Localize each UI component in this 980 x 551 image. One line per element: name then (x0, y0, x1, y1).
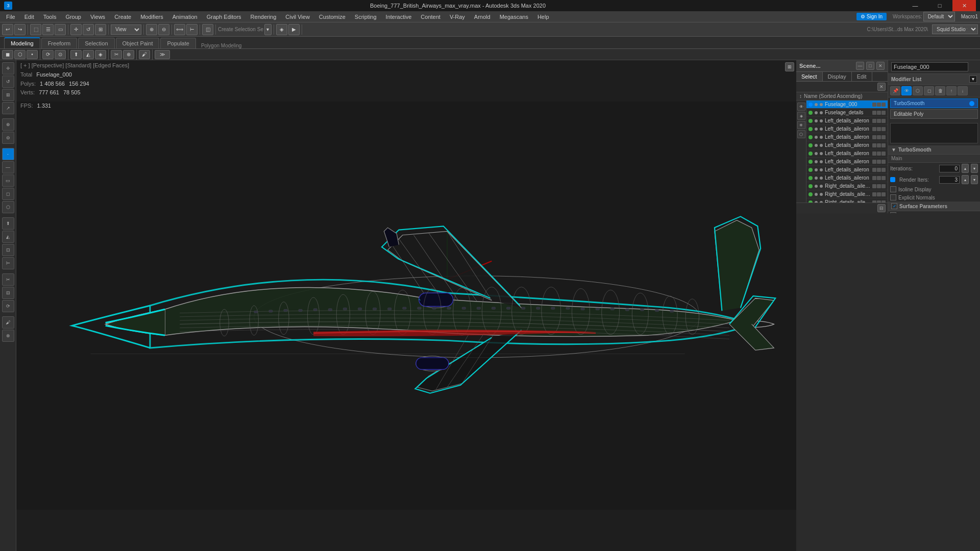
scene-tab-display[interactable]: Display (823, 72, 852, 81)
iterations-up[interactable]: ▴ (962, 164, 969, 173)
tab-modeling[interactable]: Modeling (4, 37, 40, 48)
select-region-button[interactable]: ▭ (55, 24, 66, 35)
scene-header-controls[interactable]: — □ ✕ (856, 62, 885, 70)
mod-tool2[interactable]: ◻ (924, 86, 934, 95)
element-mode-btn[interactable]: ⬡ (2, 201, 14, 213)
vertex-mode-btn[interactable]: · (2, 148, 14, 160)
unlink-button[interactable]: ⊖ (158, 24, 169, 35)
tab-populate[interactable]: Populate (160, 38, 195, 48)
edge-mode-btn[interactable]: — (2, 161, 14, 173)
close-button[interactable]: ✕ (952, 0, 976, 11)
scene-item[interactable]: Left_details_aileron (806, 117, 888, 125)
redo-button[interactable]: ↪ (14, 24, 26, 35)
scene-item[interactable]: Left_details_aileron (806, 125, 888, 133)
paint-deform-btn[interactable]: 🖌 (139, 50, 150, 59)
scene-item[interactable]: Left_details_aileron (806, 149, 888, 158)
scene-freeze-btn[interactable]: ❄ (797, 121, 805, 129)
menu-edit[interactable]: Edit (20, 13, 38, 21)
link-button[interactable]: ⊕ (146, 24, 157, 35)
menu-interactive[interactable]: Interactive (382, 13, 416, 21)
scene-render-btn[interactable]: ◈ (797, 112, 805, 120)
surface-params-enable[interactable] (891, 203, 897, 209)
mod-move-down-btn[interactable]: ↓ (958, 86, 968, 95)
render-iters-input[interactable] (939, 176, 960, 184)
iterations-input[interactable] (939, 165, 960, 172)
chamfer-btn[interactable]: ◈ (95, 50, 106, 59)
maximize-viewport-btn[interactable]: ⊞ (785, 62, 794, 71)
bevel-btn[interactable]: ◭ (83, 50, 94, 59)
align-button[interactable]: ⊢ (186, 24, 198, 35)
quickslice-btn[interactable]: ⊟ (2, 287, 14, 299)
iterations-down[interactable]: ▾ (971, 164, 978, 173)
undo-button[interactable]: ↩ (2, 24, 13, 35)
workspace-dropdown[interactable]: Default (923, 12, 955, 21)
menu-rendering[interactable]: Rendering (247, 13, 281, 21)
menu-group[interactable]: Group (61, 13, 85, 21)
render-iters-down[interactable]: ▾ (971, 175, 978, 184)
link-tool-btn[interactable]: ⊕ (2, 118, 14, 131)
viewport-nav-controls[interactable]: ⊞ (785, 62, 794, 71)
modifier-dropdown-btn[interactable]: ▾ (969, 76, 977, 83)
border-mode-btn[interactable]: ◻ (2, 188, 14, 200)
inset-tool-btn[interactable]: ⊡ (2, 244, 14, 256)
scene-item[interactable]: Left_details_aileron (806, 133, 888, 141)
object-name-input[interactable] (891, 62, 968, 71)
loop-tool-btn[interactable]: ⟳ (2, 300, 14, 312)
menu-civil-view[interactable]: Civil View (281, 13, 313, 21)
isoline-checkbox[interactable] (890, 186, 896, 192)
extrude-tool-btn[interactable]: ⬆ (2, 217, 14, 230)
menu-vray[interactable]: V-Ray (446, 13, 469, 21)
menu-arnold[interactable]: Arnold (470, 13, 495, 21)
mod-move-up-btn[interactable]: ↑ (946, 86, 957, 95)
menu-views[interactable]: Views (86, 13, 109, 21)
menu-graph-editors[interactable]: Graph Editors (203, 13, 246, 21)
mirror-button[interactable]: ⟺ (174, 24, 185, 35)
cut-btn[interactable]: ✂ (111, 50, 122, 59)
surface-params-header[interactable]: Surface Parameters (888, 202, 980, 211)
scale-tool-btn[interactable]: ⊞ (2, 89, 14, 101)
scene-item[interactable]: Right_details_aileron (806, 182, 888, 190)
unlink-tool-btn[interactable]: ⊖ (2, 132, 14, 144)
scene-tab-select[interactable]: Select (796, 72, 823, 81)
turbosmooth-section-header[interactable]: ▼ TurboSmooth (888, 145, 980, 155)
menu-help[interactable]: Help (533, 13, 553, 21)
scene-item[interactable]: Left_details_aileron (806, 141, 888, 149)
rotate-tool-btn[interactable]: ↺ (2, 76, 14, 88)
scene-close-btn[interactable]: ✕ (876, 62, 885, 70)
scene-box-btn[interactable]: ⬡ (797, 130, 805, 138)
squid-studio-dropdown[interactable]: Squid Studio v (932, 24, 978, 34)
modifier-turbosmooth[interactable]: TurboSmooth (890, 98, 978, 108)
reference-coord-dropdown[interactable]: View (111, 24, 141, 35)
create-selection-dropdown[interactable]: ▾ (264, 24, 272, 35)
smooth-result-checkbox[interactable] (890, 212, 896, 213)
tab-object-paint[interactable]: Object Paint (116, 38, 160, 48)
scene-item[interactable]: Right_details_aileron (806, 190, 888, 198)
extrude-btn[interactable]: ⬆ (70, 50, 82, 59)
select-by-name-button[interactable]: ☰ (42, 24, 54, 35)
move-button[interactable]: ✛ (70, 24, 82, 35)
menu-create[interactable]: Create (110, 13, 135, 21)
scene-maximize-btn[interactable]: □ (866, 62, 874, 70)
menu-customize[interactable]: Customize (315, 13, 350, 21)
menu-animation[interactable]: Animation (168, 13, 202, 21)
explicit-normals-checkbox[interactable] (890, 194, 896, 201)
maximize-button[interactable]: □ (928, 0, 951, 11)
scale-button[interactable]: ⊞ (95, 24, 106, 35)
ring-select-btn[interactable]: ⊙ (55, 50, 66, 59)
viewport[interactable]: [ + ] [Perspective] [Standard] [Edged Fa… (16, 60, 796, 551)
render-setup-button[interactable]: ◈ (276, 24, 287, 35)
edge-btn[interactable]: ⬡ (14, 50, 26, 59)
menu-content[interactable]: Content (416, 13, 445, 21)
minimize-button[interactable]: — (903, 0, 927, 11)
select-tool-btn[interactable]: ↗ (2, 102, 14, 114)
paint-sel-btn[interactable]: 🖌 (2, 316, 14, 329)
layer-manager-button[interactable]: ◫ (202, 24, 213, 35)
scene-item[interactable]: Left_details_aileron (806, 166, 888, 174)
scene-minimize-btn[interactable]: — (856, 62, 864, 70)
move-tool-btn[interactable]: ✛ (2, 62, 14, 74)
scene-filter-btn[interactable]: ⊟ (877, 204, 886, 212)
render-frame-button[interactable]: ▶ (288, 24, 300, 35)
scene-item[interactable]: Right_details_aileron (806, 198, 888, 203)
menu-tools[interactable]: Tools (39, 13, 61, 21)
connect-btn[interactable]: ⊕ (123, 50, 134, 59)
